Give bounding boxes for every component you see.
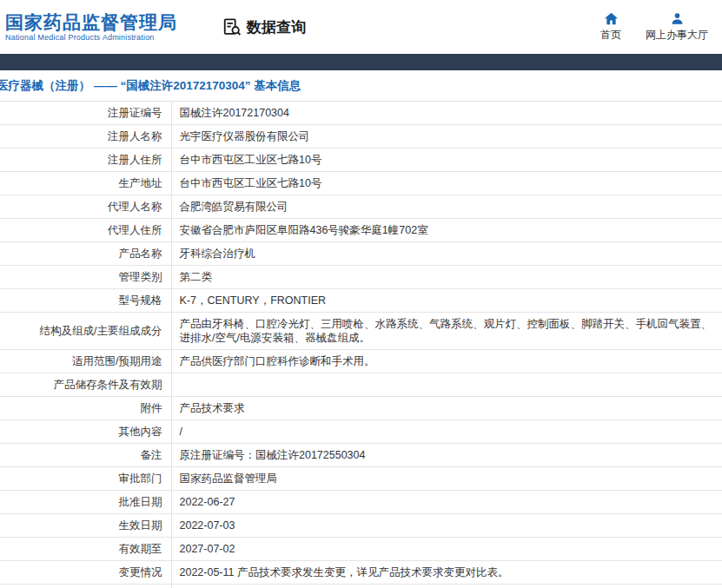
table-row: 产品储存条件及有效期 — [0, 373, 722, 397]
field-value: 2027-07-02 — [171, 538, 722, 561]
field-label: 备注 — [0, 444, 171, 467]
field-label: 审批部门 — [0, 467, 171, 491]
table-row: 有效期至2027-07-02 — [0, 538, 722, 561]
field-label: 其他内容 — [0, 420, 171, 444]
field-label: 批准日期 — [0, 491, 171, 514]
table-row: 附件产品技术要求 — [0, 397, 722, 420]
field-label: 注册证编号 — [0, 102, 171, 125]
table-row: 生产地址台中市西屯区工业区七路10号 — [0, 172, 722, 195]
field-label: 代理人名称 — [0, 195, 171, 219]
breadcrumb: 医疗器械（注册） —— “国械注许20172170304” 基本信息 — [0, 70, 722, 101]
top-nav: 首页 网上办事大厅 — [600, 11, 708, 43]
data-query-icon — [222, 17, 242, 36]
field-value: 原注册证编号：国械注许20172550304 — [171, 444, 722, 467]
table-row: ●注详情 — [0, 585, 722, 588]
field-value: 合肥湾皓贸易有限公司 — [171, 195, 722, 219]
table-row: 备注原注册证编号：国械注许20172550304 — [0, 444, 722, 467]
field-value: 产品由牙科椅、口腔冷光灯、三用喷枪、水路系统、气路系统、观片灯、控制面板、脚踏开… — [171, 313, 722, 350]
field-value: 台中市西屯区工业区七路10号 — [171, 149, 722, 172]
table-row: 结构及组成/主要组成成分产品由牙科椅、口腔冷光灯、三用喷枪、水路系统、气路系统、… — [0, 313, 722, 350]
top-header: 国家药品监督管理局 National Medical Products Admi… — [0, 0, 722, 54]
main-navbar — [0, 54, 722, 70]
field-value: 台中市西屯区工业区七路10号 — [171, 172, 722, 195]
table-row: 变更情况2022-05-11 产品技术要求发生变更，详见产品技术要求变更对比表。 — [0, 561, 722, 585]
table-row: 型号规格K-7，CENTURY，FRONTIER — [0, 289, 722, 313]
field-label: 产品名称 — [0, 242, 171, 266]
field-label: 生产地址 — [0, 172, 171, 195]
field-value: 2022-06-27 — [171, 491, 722, 514]
field-value: 牙科综合治疗机 — [171, 242, 722, 266]
field-label: 代理人住所 — [0, 219, 171, 242]
field-label: 产品储存条件及有效期 — [0, 373, 171, 397]
person-icon — [671, 11, 684, 25]
field-label: 型号规格 — [0, 289, 171, 313]
nav-service-hall-label: 网上办事大厅 — [646, 28, 708, 43]
field-value: 安徽省合肥市庐阳区阜阳路436号骏豪华庭1幢702室 — [171, 219, 722, 242]
table-row: 审批部门国家药品监督管理局 — [0, 467, 722, 491]
field-label: 有效期至 — [0, 538, 171, 561]
field-value: 国家药品监督管理局 — [171, 467, 722, 491]
field-value — [171, 373, 722, 397]
table-row: 其他内容/ — [0, 420, 722, 444]
field-label: 附件 — [0, 397, 171, 420]
field-label: 注册人住所 — [0, 149, 171, 172]
table-row: 注册人住所台中市西屯区工业区七路10号 — [0, 149, 722, 172]
table-row: 代理人住所安徽省合肥市庐阳区阜阳路436号骏豪华庭1幢702室 — [0, 219, 722, 242]
table-row: 管理类别第二类 — [0, 266, 722, 289]
field-value: 国械注许20172170304 — [171, 102, 722, 125]
table-row: 注册证编号国械注许20172170304 — [0, 102, 722, 125]
field-value: 2022-07-03 — [171, 514, 722, 538]
table-row: 注册人名称光宇医疗仪器股份有限公司 — [0, 125, 722, 149]
field-value: 详情 — [171, 585, 722, 588]
data-query-heading: 数据查询 — [222, 17, 306, 37]
field-value: / — [171, 420, 722, 444]
nav-service-hall[interactable]: 网上办事大厅 — [646, 11, 708, 43]
nav-home-label: 首页 — [600, 28, 621, 43]
table-row: 产品名称牙科综合治疗机 — [0, 242, 722, 266]
nav-home[interactable]: 首页 — [600, 11, 621, 43]
table-row: 代理人名称合肥湾皓贸易有限公司 — [0, 195, 722, 219]
field-value: 2022-05-11 产品技术要求发生变更，详见产品技术要求变更对比表。 — [171, 561, 722, 585]
field-value: 产品供医疗部门口腔科作诊断和手术用。 — [171, 350, 722, 373]
field-label: 变更情况 — [0, 561, 171, 585]
field-label: 生效日期 — [0, 514, 171, 538]
table-row: 批准日期2022-06-27 — [0, 491, 722, 514]
table-row: 生效日期2022-07-03 — [0, 514, 722, 538]
home-icon — [604, 11, 619, 25]
field-label: 适用范围/预期用途 — [0, 350, 171, 373]
field-value: 产品技术要求 — [171, 397, 722, 420]
field-value: 第二类 — [171, 266, 722, 289]
field-label: 管理类别 — [0, 266, 171, 289]
field-value: 光宇医疗仪器股份有限公司 — [171, 125, 722, 149]
field-label: 结构及组成/主要组成成分 — [0, 313, 171, 350]
field-label: 注册人名称 — [0, 125, 171, 149]
table-row: 适用范围/预期用途产品供医疗部门口腔科作诊断和手术用。 — [0, 350, 722, 373]
data-query-label: 数据查询 — [247, 17, 306, 37]
site-title: 国家药品监督管理局 — [5, 12, 177, 33]
field-value: K-7，CENTURY，FRONTIER — [171, 289, 722, 313]
field-label: ●注 — [0, 585, 171, 588]
registration-info-table: 注册证编号国械注许20172170304注册人名称光宇医疗仪器股份有限公司注册人… — [0, 101, 722, 588]
site-subtitle: National Medical Products Administration — [5, 33, 177, 42]
site-logo[interactable]: 国家药品监督管理局 National Medical Products Admi… — [5, 12, 177, 42]
